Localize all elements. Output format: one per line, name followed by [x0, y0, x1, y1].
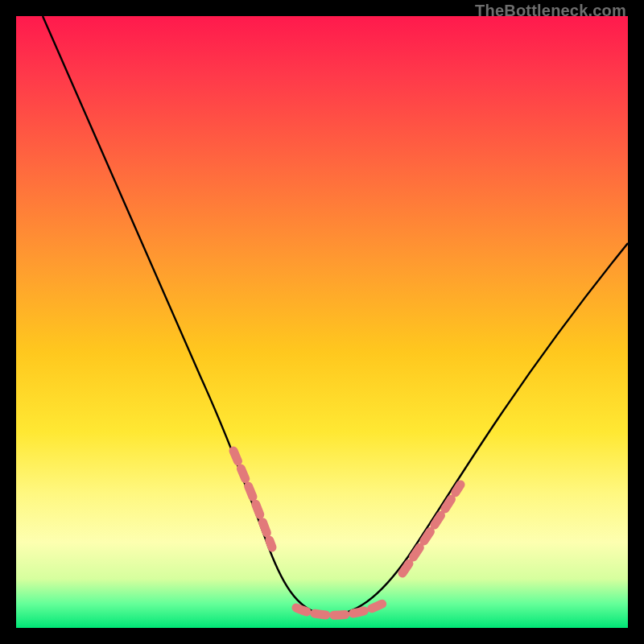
bottleneck-curve — [43, 16, 628, 615]
highlight-dots-left — [233, 451, 272, 547]
chart-stage: TheBottleneck.com — [0, 0, 644, 644]
highlight-dots-right — [402, 485, 460, 573]
watermark-text: TheBottleneck.com — [475, 2, 626, 20]
plot-area — [16, 16, 628, 628]
highlight-dots-bottom — [296, 604, 382, 615]
highlight-dots — [233, 451, 460, 615]
curve-overlay — [16, 16, 628, 628]
